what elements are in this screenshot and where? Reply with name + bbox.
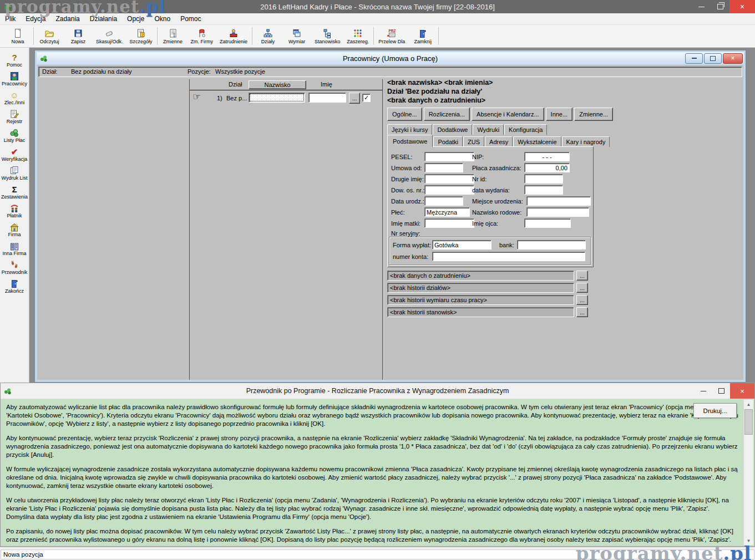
imie-ojca-input[interactable] <box>524 218 571 228</box>
dowod-input[interactable] <box>424 185 474 195</box>
print-button[interactable]: Drukuj... <box>693 403 737 418</box>
column-header-dzial[interactable]: Dział <box>229 81 242 88</box>
guide-footprints-icon <box>9 260 20 269</box>
positions-history-more-button[interactable]: ... <box>576 307 588 317</box>
restore-button[interactable] <box>711 0 729 13</box>
sidebar-item-zestawienia[interactable]: Σ Zestawienia <box>0 183 29 202</box>
sidebar-item-pomoc[interactable]: ? Pomoc <box>0 51 29 70</box>
data-wydania-input[interactable] <box>524 185 563 195</box>
toolbar-zamknij[interactable]: Zamknij <box>408 25 437 47</box>
close-button[interactable]: × <box>729 0 755 13</box>
employee-row[interactable]: ☞ 1) Bez p... ... ✓ <box>190 90 382 105</box>
zmienne-button[interactable]: Zmienne... <box>574 108 613 121</box>
toolbar-przelew[interactable]: PRZ Przelew Dla <box>375 25 408 47</box>
toolbar-zm-firmy[interactable]: Zm. Firmy <box>188 25 217 47</box>
print-lists-icon <box>9 166 20 175</box>
scroll-down-icon[interactable]: ▼ <box>744 536 753 545</box>
tab-podatki[interactable]: Podatki <box>433 136 463 147</box>
employment-more-button[interactable]: ... <box>576 271 588 281</box>
menu-pomoc[interactable]: Pomoc <box>175 14 206 24</box>
tab-kary-i-nagrody[interactable]: Kary i nagrody <box>562 136 610 147</box>
pesel-input[interactable] <box>424 152 474 161</box>
toolbar-zapisz[interactable]: Zapisz <box>64 25 93 47</box>
guide-scrollbar[interactable]: ▲ ▼ <box>743 400 753 545</box>
numer-konta-input[interactable] <box>432 252 585 261</box>
menu-zadania[interactable]: Zadania <box>50 14 84 24</box>
nip-input[interactable]: - - - <box>524 152 570 161</box>
menu-dzialania[interactable]: Działania <box>85 14 122 24</box>
nazwisko-rodowe-input[interactable] <box>526 207 589 217</box>
absencje-kalendarz-button[interactable]: Absencje i Kalendarz... <box>472 108 544 121</box>
nr-id-input[interactable] <box>524 174 563 184</box>
umowa-od-input[interactable] <box>424 163 463 172</box>
tab-zus[interactable]: ZUS <box>463 136 484 147</box>
toolbar-zmienne[interactable]: Zmienne <box>159 25 188 47</box>
plec-input[interactable]: Mężczyzna <box>424 207 470 217</box>
departments-history-more-button[interactable]: ... <box>576 283 588 293</box>
toolbar-skasuj[interactable]: Skasuj/Odk. <box>93 25 126 47</box>
tab-wydruki[interactable]: Wydruki <box>473 124 504 135</box>
miejsce-urodzenia-input[interactable] <box>526 196 591 206</box>
toolbar-dzialy[interactable]: Działy <box>254 25 282 47</box>
tab-jezyki-i-kursy[interactable]: Języki i kursy <box>387 124 432 135</box>
guide-window-titlebar[interactable]: Przewodnik po Programie - Rozliczanie Pr… <box>1 383 754 399</box>
menu-okno[interactable]: Okno <box>149 14 175 24</box>
sidebar-item-firma[interactable]: Firma <box>0 221 29 240</box>
sidebar-item-zakoncz[interactable]: Zakończ <box>0 277 29 296</box>
tab-wyksztalcenie[interactable]: Wykształcenie <box>513 136 561 147</box>
scroll-up-icon[interactable]: ▲ <box>744 400 753 409</box>
employees-close-button[interactable]: × <box>723 53 743 64</box>
tab-konfiguracja[interactable]: Konfiguracja <box>504 124 547 135</box>
sidebar-item-inna-firma[interactable]: Inna Firma <box>0 240 29 258</box>
toolbar-wymiar[interactable]: Wymiar <box>282 25 311 47</box>
menu-plik[interactable]: Plik <box>0 14 21 24</box>
sidebar-item-wydruk-list[interactable]: Wydruk List <box>0 164 29 183</box>
guide-close-button[interactable]: × <box>730 383 754 399</box>
tab-adresy[interactable]: Adresy <box>485 136 513 147</box>
row-checkbox[interactable]: ✓ <box>362 94 371 102</box>
toolbar-szczegoly[interactable]: ? Szczegóły <box>126 25 156 47</box>
worktime-history-more-button[interactable]: ... <box>576 295 588 305</box>
bank-input[interactable] <box>517 240 586 250</box>
inne-button[interactable]: Inne... <box>546 108 573 121</box>
tab-podstawowe[interactable]: Podstawowe <box>387 135 433 147</box>
imie-matki-input[interactable] <box>424 218 474 228</box>
drugie-imie-input[interactable] <box>424 174 474 184</box>
nr-seryjny-label: Nr seryjny: <box>391 230 420 237</box>
scrollbar-thumb[interactable] <box>744 409 753 435</box>
toolbar-label: Szczegóły <box>130 39 153 44</box>
toolbar-zatrudnienie[interactable]: Zatrudnienie <box>216 25 251 47</box>
menu-opcje[interactable]: Opcje <box>122 14 149 24</box>
tab-dodatkowe[interactable]: Dodatkowe <box>433 124 472 135</box>
forma-wyplat-input[interactable]: Gotówka <box>432 240 491 250</box>
rozliczenia-button[interactable]: Rozliczenia... <box>424 108 470 121</box>
toolbar-stanowisko[interactable]: Stanowisko <box>311 25 343 47</box>
column-header-imie[interactable]: Imię <box>321 81 332 88</box>
nazwisko-input[interactable] <box>249 93 305 103</box>
sidebar-item-przewodnik[interactable]: Przewodnik <box>0 258 29 277</box>
sidebar-item-zlec-inni[interactable]: ☺ Zlec./Inni <box>0 89 29 108</box>
toolbar-nowa[interactable]: Nowa <box>3 25 32 47</box>
employees-minimize-button[interactable] <box>685 53 703 64</box>
data-urodzenia-input[interactable] <box>424 196 463 206</box>
guide-minimize-button[interactable] <box>695 383 712 399</box>
employees-maximize-button[interactable] <box>704 53 722 64</box>
placa-zasadnicza-input[interactable]: 0,00 <box>524 163 570 172</box>
imie-input[interactable] <box>308 93 346 103</box>
row-more-button[interactable]: ... <box>349 93 360 104</box>
save-floppy-icon <box>73 28 84 38</box>
toolbar-zaszereg[interactable]: Zaszereg. <box>343 25 372 47</box>
guide-maximize-button[interactable] <box>712 383 730 399</box>
toolbar-odczytuj[interactable]: Odczytuj <box>35 25 64 47</box>
sidebar-label: Weryfikacja <box>2 156 27 162</box>
sidebar-item-pracownicy[interactable]: Pracownicy <box>0 70 29 89</box>
ogolne-button[interactable]: Ogólne... <box>387 108 422 121</box>
sidebar-item-listy-plac[interactable]: Listy Płac <box>0 126 29 145</box>
sidebar-item-platnik[interactable]: Płatnik <box>0 202 29 221</box>
column-header-nazwisko-button[interactable]: Nazwisko <box>249 80 306 89</box>
minimize-button[interactable] <box>692 0 711 13</box>
sidebar-item-rejestr[interactable]: Rejestr <box>0 108 29 126</box>
employees-window-titlebar[interactable]: Pracownicy (Umowa o Pracę) × <box>37 52 744 64</box>
menu-edycja[interactable]: Edycja <box>21 14 50 24</box>
sidebar-item-weryfikacja[interactable]: ✔ Weryfikacja <box>0 145 29 164</box>
